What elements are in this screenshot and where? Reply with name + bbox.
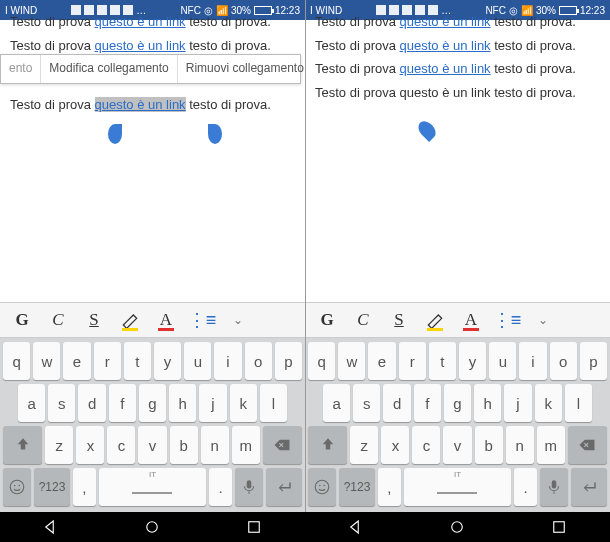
key-w[interactable]: w [338, 342, 365, 380]
key-enter[interactable] [266, 468, 302, 506]
hyperlink[interactable]: questo è un link [400, 61, 491, 76]
context-menu-item-edit-link[interactable]: Modifica collegamento [41, 55, 177, 83]
nav-back-button[interactable] [42, 518, 60, 536]
text-line-plain[interactable]: Testo di prova questo è un link testo di… [305, 81, 610, 105]
text-line-selected[interactable]: Testo di prova questo è un link testo di… [0, 93, 305, 117]
key-o[interactable]: o [550, 342, 577, 380]
key-j[interactable]: j [504, 384, 531, 422]
key-f[interactable]: f [414, 384, 441, 422]
key-s[interactable]: s [353, 384, 380, 422]
key-shift[interactable] [3, 426, 42, 464]
hyperlink[interactable]: questo è un link [95, 14, 186, 29]
key-a[interactable]: a [18, 384, 45, 422]
key-e[interactable]: e [368, 342, 395, 380]
context-menu-item-remove-link[interactable]: Rimuovi collegamento [178, 55, 305, 83]
key-u[interactable]: u [489, 342, 516, 380]
font-color-button[interactable]: A [453, 305, 489, 335]
document-area[interactable]: Testo di prova questo è un link testo di… [0, 20, 305, 302]
hyperlink[interactable]: questo è un link [400, 14, 491, 29]
key-space[interactable]: IT [404, 468, 511, 506]
font-color-button[interactable]: A [148, 305, 184, 335]
key-z[interactable]: z [45, 426, 73, 464]
nav-back-button[interactable] [347, 518, 365, 536]
key-w[interactable]: w [33, 342, 60, 380]
highlight-button[interactable] [417, 305, 453, 335]
key-shift[interactable] [308, 426, 347, 464]
highlight-button[interactable] [112, 305, 148, 335]
key-a[interactable]: a [323, 384, 350, 422]
key-r[interactable]: r [94, 342, 121, 380]
cursor-handle[interactable] [415, 118, 439, 142]
key-x[interactable]: x [76, 426, 104, 464]
nav-recent-button[interactable] [550, 518, 568, 536]
key-symbols[interactable]: ?123 [34, 468, 70, 506]
key-d[interactable]: d [383, 384, 410, 422]
key-s[interactable]: s [48, 384, 75, 422]
text-line[interactable]: Testo di prova questo è un link testo di… [0, 10, 305, 34]
nav-recent-button[interactable] [245, 518, 263, 536]
key-t[interactable]: t [429, 342, 456, 380]
nav-home-button[interactable] [143, 518, 161, 536]
key-c[interactable]: c [412, 426, 440, 464]
key-n[interactable]: n [506, 426, 534, 464]
key-i[interactable]: i [519, 342, 546, 380]
hyperlink-selected[interactable]: questo è un link [95, 97, 186, 112]
key-p[interactable]: p [580, 342, 607, 380]
text-line[interactable]: Testo di prova questo è un link testo di… [305, 57, 610, 81]
key-i[interactable]: i [214, 342, 241, 380]
key-period[interactable]: . [514, 468, 537, 506]
document-area[interactable]: Testo di prova questo è un link testo di… [305, 20, 610, 302]
key-j[interactable]: j [199, 384, 226, 422]
key-backspace[interactable] [568, 426, 607, 464]
italic-button[interactable]: C [40, 305, 76, 335]
key-k[interactable]: k [535, 384, 562, 422]
key-v[interactable]: v [138, 426, 166, 464]
key-v[interactable]: v [443, 426, 471, 464]
key-x[interactable]: x [381, 426, 409, 464]
selection-handle-right[interactable] [208, 124, 222, 144]
key-y[interactable]: y [154, 342, 181, 380]
key-symbols[interactable]: ?123 [339, 468, 375, 506]
key-y[interactable]: y [459, 342, 486, 380]
toolbar-expand-button[interactable]: ⌄ [220, 305, 256, 335]
nav-home-button[interactable] [448, 518, 466, 536]
key-g[interactable]: g [139, 384, 166, 422]
key-b[interactable]: b [475, 426, 503, 464]
bold-button[interactable]: G [309, 305, 345, 335]
key-h[interactable]: h [474, 384, 501, 422]
key-k[interactable]: k [230, 384, 257, 422]
key-r[interactable]: r [399, 342, 426, 380]
key-f[interactable]: f [109, 384, 136, 422]
key-emoji[interactable] [308, 468, 336, 506]
underline-button[interactable]: S [76, 305, 112, 335]
key-z[interactable]: z [350, 426, 378, 464]
toolbar-expand-button[interactable]: ⌄ [525, 305, 561, 335]
key-comma[interactable]: , [378, 468, 401, 506]
italic-button[interactable]: C [345, 305, 381, 335]
key-q[interactable]: q [3, 342, 30, 380]
key-b[interactable]: b [170, 426, 198, 464]
key-m[interactable]: m [537, 426, 565, 464]
key-backspace[interactable] [263, 426, 302, 464]
key-comma[interactable]: , [73, 468, 96, 506]
key-m[interactable]: m [232, 426, 260, 464]
key-t[interactable]: t [124, 342, 151, 380]
list-button[interactable]: ⋮≡ [184, 305, 220, 335]
text-line[interactable]: Testo di prova questo è un link testo di… [305, 34, 610, 58]
bold-button[interactable]: G [4, 305, 40, 335]
key-p[interactable]: p [275, 342, 302, 380]
context-menu-item-cut[interactable]: ento [1, 55, 41, 83]
key-u[interactable]: u [184, 342, 211, 380]
key-g[interactable]: g [444, 384, 471, 422]
key-e[interactable]: e [63, 342, 90, 380]
key-mic[interactable] [540, 468, 568, 506]
key-enter[interactable] [571, 468, 607, 506]
selection-handle-left[interactable] [108, 124, 122, 144]
underline-button[interactable]: S [381, 305, 417, 335]
key-l[interactable]: l [260, 384, 287, 422]
key-space[interactable]: IT [99, 468, 206, 506]
key-mic[interactable] [235, 468, 263, 506]
key-d[interactable]: d [78, 384, 105, 422]
key-emoji[interactable] [3, 468, 31, 506]
key-c[interactable]: c [107, 426, 135, 464]
